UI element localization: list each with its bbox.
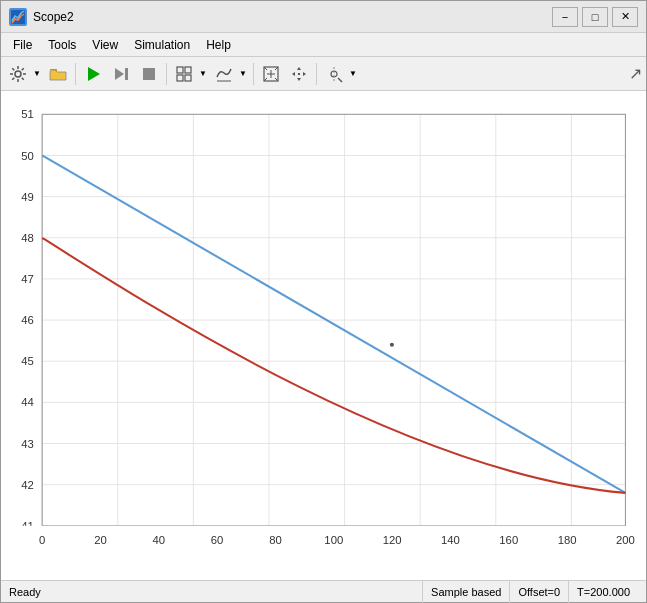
- cursor-dropdown[interactable]: ▼: [347, 61, 359, 87]
- zoom-extents-button[interactable]: [258, 61, 284, 87]
- svg-marker-19: [297, 67, 301, 70]
- menu-file[interactable]: File: [5, 34, 40, 56]
- toolbar-sep-1: [75, 63, 76, 85]
- svg-rect-5: [125, 68, 128, 80]
- svg-point-1: [15, 71, 21, 77]
- signal-dropdown[interactable]: ▼: [237, 61, 249, 87]
- svg-marker-20: [297, 78, 301, 81]
- minimize-button[interactable]: −: [552, 7, 578, 27]
- svg-marker-21: [292, 72, 295, 76]
- status-right: Sample based Offset=0 T=200.000: [422, 581, 638, 603]
- step-forward-button[interactable]: [108, 61, 134, 87]
- menu-bar: File Tools View Simulation Help: [1, 33, 646, 57]
- status-ready: Ready: [9, 586, 422, 598]
- menu-simulation[interactable]: Simulation: [126, 34, 198, 56]
- signal-button[interactable]: [211, 61, 237, 87]
- maximize-button[interactable]: □: [582, 7, 608, 27]
- settings-button[interactable]: [5, 61, 31, 87]
- svg-text:41: 41: [21, 520, 34, 532]
- svg-text:47: 47: [21, 273, 34, 285]
- svg-text:120: 120: [486, 534, 505, 546]
- svg-text:40: 40: [187, 534, 200, 546]
- svg-text:50: 50: [21, 150, 34, 162]
- status-bar: Ready Sample based Offset=0 T=200.000: [1, 580, 646, 602]
- title-bar: Scope2 − □ ✕: [1, 1, 646, 33]
- pan-button[interactable]: [286, 61, 312, 87]
- cursor-button[interactable]: [321, 61, 347, 87]
- svg-text:100: 100: [411, 534, 430, 546]
- svg-text:44: 44: [21, 396, 34, 408]
- toolbar: ▼: [1, 57, 646, 91]
- svg-text:48: 48: [21, 232, 34, 244]
- svg-rect-7: [177, 67, 183, 73]
- svg-marker-4: [115, 68, 124, 80]
- stop-button[interactable]: [136, 61, 162, 87]
- window-title: Scope2: [33, 10, 552, 24]
- svg-text:160: 160: [616, 534, 635, 546]
- svg-point-49: [390, 343, 394, 347]
- svg-text:140: 140: [562, 534, 581, 546]
- plot-area: 51 50 49 48 47 46 45 44 43 42 41 0 20 40…: [1, 91, 646, 580]
- open-button[interactable]: [45, 61, 71, 87]
- svg-text:51: 51: [21, 108, 34, 120]
- menu-help[interactable]: Help: [198, 34, 239, 56]
- svg-text:45: 45: [21, 355, 34, 367]
- svg-rect-8: [185, 67, 191, 73]
- settings-dropdown[interactable]: ▼: [31, 61, 43, 87]
- toolbar-sep-4: [316, 63, 317, 85]
- main-window: Scope2 − □ ✕ File Tools View Simulation …: [0, 0, 647, 603]
- menu-tools[interactable]: Tools: [40, 34, 84, 56]
- svg-rect-9: [177, 75, 183, 81]
- svg-text:0: 0: [39, 534, 45, 546]
- svg-text:46: 46: [21, 314, 34, 326]
- title-controls: − □ ✕: [552, 7, 638, 27]
- menu-view[interactable]: View: [84, 34, 126, 56]
- layout-dropdown[interactable]: ▼: [197, 61, 209, 87]
- svg-rect-10: [185, 75, 191, 81]
- close-button[interactable]: ✕: [612, 7, 638, 27]
- window-icon: [9, 8, 27, 26]
- toolbar-sep-2: [166, 63, 167, 85]
- undock-icon[interactable]: ↗: [629, 64, 642, 83]
- layout-button[interactable]: [171, 61, 197, 87]
- svg-text:60: 60: [263, 534, 276, 546]
- status-sample-based: Sample based: [422, 581, 509, 603]
- status-offset: Offset=0: [509, 581, 568, 603]
- svg-text:49: 49: [21, 191, 34, 203]
- svg-rect-23: [298, 73, 300, 75]
- svg-text:43: 43: [21, 438, 34, 450]
- svg-marker-22: [303, 72, 306, 76]
- status-time: T=200.000: [568, 581, 638, 603]
- svg-rect-6: [143, 68, 155, 80]
- toolbar-sep-3: [253, 63, 254, 85]
- play-button[interactable]: [80, 61, 106, 87]
- svg-rect-26: [1, 104, 646, 567]
- svg-marker-3: [88, 67, 100, 81]
- svg-text:20: 20: [111, 534, 124, 546]
- svg-text:80: 80: [338, 534, 351, 546]
- svg-text:42: 42: [21, 479, 34, 491]
